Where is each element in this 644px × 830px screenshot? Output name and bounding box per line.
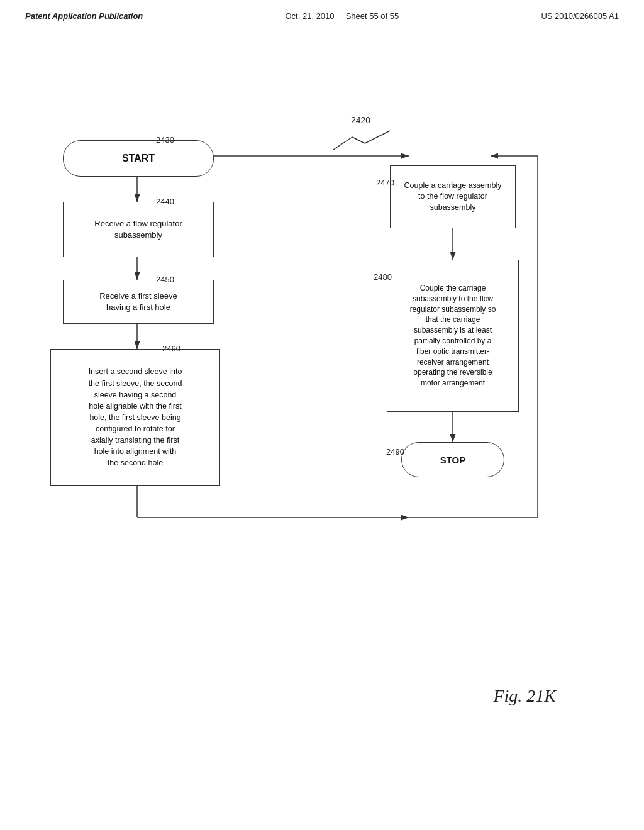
svg-line-12: [352, 137, 365, 143]
node-2450: Receive a first sleeve having a first ho…: [63, 280, 214, 324]
label-2460: 2460: [162, 344, 180, 353]
node-2480: Couple the carriage subassembly to the f…: [387, 260, 519, 412]
header-date-sheet: Oct. 21, 2010 Sheet 55 of 55: [286, 11, 399, 21]
header-sheet: Sheet 55 of 55: [346, 11, 399, 21]
node-stop: STOP: [401, 442, 504, 477]
node-start: START: [63, 140, 214, 177]
label-2430: 2430: [156, 135, 174, 145]
label-2440: 2440: [156, 197, 174, 206]
node-2470: Couple a carriage assembly to the flow r…: [390, 165, 516, 228]
figure-caption: Fig. 21K: [493, 686, 556, 706]
label-2450: 2450: [156, 275, 174, 284]
label-2470: 2470: [376, 178, 394, 187]
svg-line-13: [333, 137, 352, 150]
label-2490: 2490: [386, 447, 404, 456]
label-2420: 2420: [351, 115, 370, 125]
node-2440: Receive a flow regulator subassembly: [63, 202, 214, 257]
header-date: Oct. 21, 2010: [286, 11, 335, 21]
node-2460: Insert a second sleeve into the first sl…: [50, 349, 220, 486]
header-publication-type: Patent Application Publication: [25, 11, 143, 21]
diagram-area: START 2430 Receive a flow regulator suba…: [0, 33, 644, 756]
label-2480: 2480: [374, 272, 392, 282]
header-patent-number: US 2010/0266085 A1: [541, 11, 619, 21]
svg-line-11: [365, 131, 390, 143]
page-header: Patent Application Publication Oct. 21, …: [0, 0, 644, 27]
